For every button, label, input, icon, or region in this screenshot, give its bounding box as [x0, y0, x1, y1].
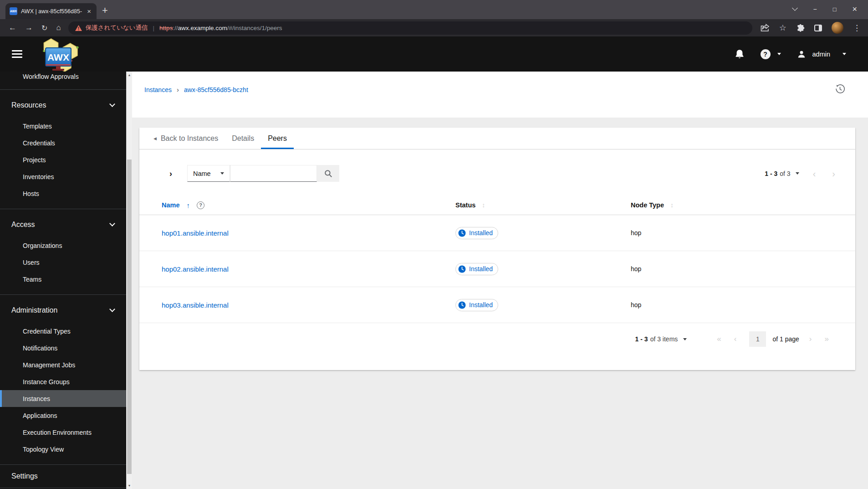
sort-ascending-icon[interactable]: ↑ — [187, 201, 190, 209]
status-badge[interactable]: Installed — [455, 227, 498, 239]
scroll-up-icon[interactable]: ▲ — [127, 73, 132, 77]
name-help-icon[interactable]: ? — [197, 201, 204, 209]
column-header-node-type[interactable]: Node Type ↕ — [631, 201, 855, 209]
breadcrumb-current[interactable]: awx-85cf556d85-bczht — [184, 86, 248, 93]
sidebar-item-instances[interactable]: Instances — [0, 390, 126, 407]
history-clock-icon — [835, 84, 845, 94]
breadcrumb-instances-link[interactable]: Instances — [144, 86, 172, 93]
expand-toolbar-chevron-icon[interactable]: › — [169, 170, 172, 178]
tab-details[interactable]: Details — [225, 128, 261, 149]
minimize-button[interactable]: − — [813, 5, 817, 13]
nav-toggle-hamburger-icon[interactable] — [12, 50, 22, 58]
sidebar-item-workflow-approvals[interactable]: Workflow Approvals — [0, 72, 126, 89]
sidebar-item-applications[interactable]: Applications — [0, 407, 126, 424]
profile-avatar[interactable] — [832, 22, 843, 34]
instance-link[interactable]: hop01.ansible.internal — [162, 229, 229, 237]
sidebar-item-instance-groups[interactable]: Instance Groups — [0, 373, 126, 390]
help-caret-icon — [777, 53, 781, 55]
sort-icon[interactable]: ↕ — [482, 201, 485, 209]
sidebar-group-label: Administration — [11, 306, 57, 314]
chevron-down-icon — [109, 221, 115, 226]
sort-icon[interactable]: ↕ — [670, 201, 674, 209]
sidebar-scrollbar[interactable]: ▲ ▼ — [126, 72, 132, 489]
help-menu[interactable]: ? — [761, 49, 781, 59]
next-page-icon[interactable]: › — [809, 335, 812, 344]
bookmark-star-icon[interactable]: ☆ — [779, 23, 786, 33]
not-secure-warning-icon — [75, 25, 82, 31]
browser-menu-icon[interactable]: ⋮ — [853, 23, 861, 33]
prev-page-icon[interactable]: ‹ — [734, 335, 737, 344]
sidebar-item-credentials[interactable]: Credentials — [0, 134, 126, 151]
home-icon[interactable]: ⌂ — [56, 23, 61, 32]
search-button[interactable] — [317, 165, 339, 182]
scrollbar-thumb[interactable] — [127, 160, 132, 474]
address-bar[interactable]: 保護されていない通信 | https :// awx.example.com /… — [68, 21, 752, 35]
tab-search-chevron-icon[interactable] — [792, 5, 798, 11]
side-panel-icon[interactable] — [814, 25, 822, 31]
sidebar-item-users[interactable]: Users — [0, 254, 126, 271]
sidebar-item-execution-environments[interactable]: Execution Environments — [0, 424, 126, 441]
status-badge[interactable]: Installed — [455, 263, 498, 275]
sidebar-item-credential-types[interactable]: Credential Types — [0, 323, 126, 340]
column-header-status[interactable]: Status ↕ — [455, 201, 631, 209]
back-caret-icon: ◀ — [153, 136, 157, 141]
notifications-bell-icon[interactable] — [735, 49, 744, 59]
current-page-input[interactable] — [749, 331, 766, 347]
awx-logo[interactable]: AWX — [36, 37, 81, 74]
close-window-button[interactable]: × — [852, 5, 857, 14]
sidebar-section-administration: Administration Credential Types Notifica… — [0, 295, 126, 464]
sidebar-group-access[interactable]: Access — [0, 215, 126, 234]
sidebar-group-label: Access — [11, 221, 35, 229]
window-controls: − □ × — [793, 0, 868, 18]
share-icon[interactable] — [761, 24, 770, 32]
tab-peers[interactable]: Peers — [261, 128, 294, 149]
back-icon[interactable]: ← — [9, 23, 16, 32]
maximize-button[interactable]: □ — [833, 6, 837, 13]
status-badge[interactable]: Installed — [455, 299, 498, 311]
next-page-icon[interactable]: › — [832, 169, 835, 178]
search-input[interactable] — [230, 165, 317, 182]
sidebar-item-notifications[interactable]: Notifications — [0, 340, 126, 356]
status-label: Installed — [469, 265, 493, 273]
history-button[interactable] — [835, 84, 845, 96]
tab-title: AWX | awx-85cf556d85-bczht — [21, 8, 82, 15]
sidebar-group-resources[interactable]: Resources — [0, 96, 126, 115]
sidebar-item-hosts[interactable]: Hosts — [0, 185, 126, 202]
sidebar-item-projects[interactable]: Projects — [0, 151, 126, 168]
filter-key-select[interactable]: Name — [187, 165, 230, 182]
per-page-caret-icon[interactable] — [796, 172, 799, 175]
forward-icon[interactable]: → — [25, 23, 33, 32]
tab-back-to-instances[interactable]: ◀ Back to Instances — [147, 128, 225, 149]
close-tab-icon[interactable]: × — [86, 7, 92, 15]
sidebar-item-organizations[interactable]: Organizations — [0, 237, 126, 254]
help-question-icon: ? — [761, 49, 771, 59]
browser-tab[interactable]: AWX AWX | awx-85cf556d85-bczht × — [5, 3, 97, 19]
column-header-name[interactable]: Name ↑ ? — [162, 201, 455, 209]
reload-icon[interactable]: ↻ — [41, 24, 47, 32]
node-type-cell: hop — [631, 265, 855, 273]
filter-key-label: Name — [193, 170, 211, 177]
sidebar-item-management-jobs[interactable]: Management Jobs — [0, 356, 126, 373]
sidebar-item-topology-view[interactable]: Topology View — [0, 441, 126, 458]
instance-link[interactable]: hop02.ansible.internal — [162, 265, 229, 273]
tab-label: Back to Instances — [161, 134, 218, 143]
security-warning-text[interactable]: 保護されていない通信 — [86, 24, 148, 32]
sidebar-group-administration[interactable]: Administration — [0, 301, 126, 320]
url-host: awx.example.com — [178, 25, 227, 31]
extensions-puzzle-icon[interactable] — [796, 24, 805, 32]
scroll-down-icon[interactable]: ▼ — [127, 484, 132, 487]
chevron-down-icon — [109, 306, 115, 312]
prev-page-icon[interactable]: ‹ — [813, 169, 816, 178]
first-page-icon[interactable]: « — [717, 335, 721, 344]
instance-link[interactable]: hop03.ansible.internal — [162, 301, 229, 309]
items-per-page-menu[interactable]: 1 - 3 of 3 items — [635, 335, 687, 343]
awx-masthead: AWX ? admin — [0, 36, 868, 72]
new-tab-button[interactable]: + — [102, 5, 108, 15]
sidebar-item-templates[interactable]: Templates — [0, 118, 126, 134]
sidebar-item-inventories[interactable]: Inventories — [0, 168, 126, 185]
last-page-icon[interactable]: » — [825, 335, 829, 344]
clock-icon — [458, 301, 466, 309]
sidebar-item-teams[interactable]: Teams — [0, 271, 126, 288]
user-menu[interactable]: admin — [797, 50, 847, 58]
sidebar-item-settings[interactable]: Settings — [0, 465, 126, 488]
